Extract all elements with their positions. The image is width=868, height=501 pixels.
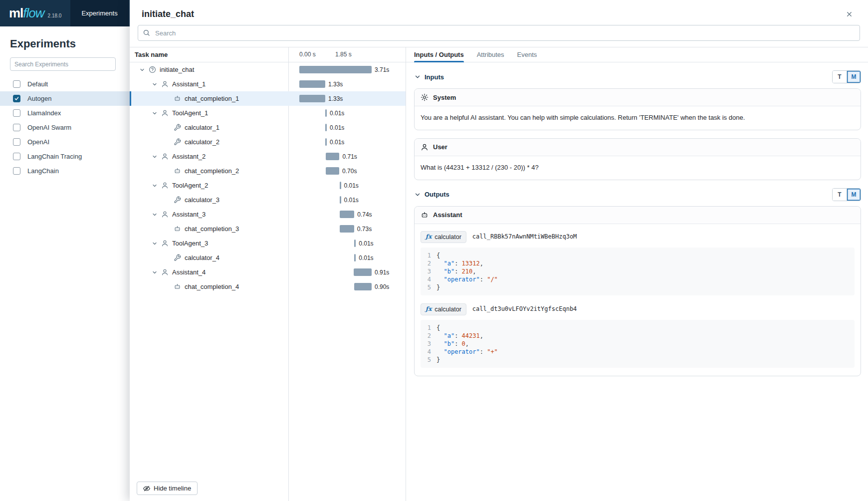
task-row-assistant-1[interactable]: Assistant_11.33s (130, 77, 406, 91)
indent-spacer (163, 282, 172, 291)
task-name: Assistant_2 (172, 153, 206, 160)
task-row-assistant-2[interactable]: Assistant_20.71s (130, 149, 406, 164)
indent-spacer (163, 167, 172, 176)
page-title: Experiments (10, 37, 130, 50)
duration-bar (354, 240, 356, 247)
indent-spacer (163, 123, 172, 132)
task-row-calculator-3[interactable]: calculator_30.01s (130, 193, 406, 207)
tool-call: ƒxcalculatorcall_dt3u0vLFOYv2itYgfscEqnb… (421, 303, 855, 368)
line-number: 4 (421, 275, 436, 283)
chevron-down-icon[interactable] (150, 181, 159, 190)
nav-tab-experiments[interactable]: Experiments (70, 0, 128, 26)
experiment-item-default[interactable]: Default (0, 77, 130, 91)
experiment-item-langchain[interactable]: LangChain (0, 164, 130, 178)
agent-icon (161, 153, 169, 160)
chat-model-icon (174, 283, 181, 290)
chevron-down-icon[interactable] (150, 109, 159, 118)
time-tick-mid: 1.85 s (335, 51, 352, 58)
raw-text-toggle-button[interactable]: T (833, 189, 847, 201)
task-row-toolagent-3[interactable]: ToolAgent_30.01s (130, 236, 406, 250)
experiment-checkbox[interactable] (13, 80, 20, 88)
duration-label: 0.91s (375, 269, 389, 276)
tool-icon (174, 138, 181, 146)
raw-text-toggle-button[interactable]: T (833, 71, 847, 83)
chevron-down-icon[interactable] (138, 65, 147, 74)
task-row-assistant-3[interactable]: Assistant_30.74s (130, 207, 406, 222)
line-number: 1 (421, 251, 436, 259)
chevron-down-icon[interactable] (150, 80, 159, 89)
experiment-checkbox[interactable] (13, 124, 20, 131)
experiment-checkbox[interactable] (13, 153, 20, 160)
duration-bar (354, 283, 372, 290)
markdown-toggle-button[interactable]: M (847, 71, 861, 83)
close-button[interactable] (842, 7, 856, 21)
task-name: calculator_4 (185, 254, 219, 261)
task-name: Assistant_4 (172, 268, 206, 276)
experiments-search-input[interactable] (10, 57, 116, 71)
experiment-item-langchain-tracing[interactable]: LangChain Tracing (0, 149, 130, 164)
experiment-item-autogen[interactable]: Autogen (0, 91, 130, 106)
tab-inputs-outputs[interactable]: Inputs / Outputs (414, 47, 464, 62)
chevron-down-icon[interactable] (150, 268, 159, 277)
experiment-label: Default (27, 80, 48, 88)
task-row-calculator-1[interactable]: calculator_10.01s (130, 120, 406, 135)
chevron-down-icon[interactable] (150, 210, 159, 219)
experiment-item-llamaindex[interactable]: LlamaIndex (0, 106, 130, 120)
task-name: ToolAgent_2 (172, 182, 208, 189)
experiment-label: LangChain Tracing (27, 153, 82, 160)
inputs-section-header: Inputs TM (414, 70, 861, 83)
task-row-chat-completion-1[interactable]: chat_completion_11.33s (130, 91, 406, 106)
task-row-toolagent-2[interactable]: ToolAgent_20.01s (130, 178, 406, 193)
task-row-initiate-chat[interactable]: initiate_chat3.71s (130, 62, 406, 77)
gear-icon (421, 93, 429, 101)
markdown-toggle-button[interactable]: M (847, 189, 861, 201)
question-circle-icon (149, 66, 156, 73)
chevron-down-icon[interactable] (414, 191, 421, 198)
task-row-chat-completion-2[interactable]: chat_completion_20.70s (130, 164, 406, 178)
hide-timeline-button[interactable]: Hide timeline (137, 482, 198, 495)
experiment-checkbox[interactable] (13, 167, 20, 175)
experiments-sidebar: Experiments DefaultAutogenLlamaIndexOpen… (0, 26, 130, 501)
outputs-section-header: Outputs TM (414, 188, 861, 201)
chevron-down-icon[interactable] (150, 239, 159, 248)
line-number: 2 (421, 259, 436, 267)
line-number: 5 (421, 283, 436, 291)
time-tick-start: 0.00 s (299, 51, 316, 58)
tool-call-id: call_RBBk57nAwnNMtiWBeBHzq3oM (472, 233, 577, 241)
mlflow-logo[interactable]: mlflow 2.18.0 (0, 5, 70, 21)
message-text: What is (44231 + 13312 / (230 - 20)) * 4… (421, 164, 539, 171)
function-icon: ƒx (426, 305, 432, 313)
task-row-chat-completion-3[interactable]: chat_completion_30.73s (130, 222, 406, 236)
logo-flow: flow (23, 5, 44, 21)
duration-bar (340, 225, 354, 233)
chevron-down-icon[interactable] (414, 73, 421, 80)
experiments-list: DefaultAutogenLlamaIndexOpenAI SwarmOpen… (0, 77, 130, 178)
experiment-checkbox[interactable] (13, 109, 20, 117)
task-name: ToolAgent_3 (172, 240, 208, 247)
inputs-view-toggle: TM (832, 70, 861, 83)
experiment-checkbox[interactable] (13, 138, 20, 146)
experiments-search (10, 57, 116, 71)
task-name: calculator_1 (185, 124, 219, 131)
task-row-assistant-4[interactable]: Assistant_40.91s (130, 265, 406, 279)
message-card-system: SystemYou are a helpful AI assistant. Yo… (414, 88, 861, 130)
task-name: Assistant_3 (172, 211, 206, 218)
tool-call: ƒxcalculatorcall_RBBk57nAwnNMtiWBeBHzq3o… (421, 231, 855, 295)
tab-attributes[interactable]: Attributes (477, 47, 504, 62)
trace-search-input[interactable] (138, 25, 860, 41)
experiment-checkbox[interactable] (13, 95, 20, 102)
task-name: chat_completion_1 (185, 95, 239, 102)
task-row-calculator-2[interactable]: calculator_20.01s (130, 135, 406, 149)
task-row-toolagent-1[interactable]: ToolAgent_10.01s (130, 106, 406, 120)
tab-events[interactable]: Events (517, 47, 537, 62)
chevron-down-icon[interactable] (150, 152, 159, 161)
duration-label: 0.01s (330, 139, 344, 146)
duration-label: 0.70s (342, 168, 357, 175)
line-number: 1 (421, 324, 436, 332)
experiment-item-openai-swarm[interactable]: OpenAI Swarm (0, 120, 130, 135)
experiment-item-openai[interactable]: OpenAI (0, 135, 130, 149)
duration-label: 0.01s (359, 254, 373, 261)
task-row-chat-completion-4[interactable]: chat_completion_40.90s (130, 279, 406, 294)
task-row-calculator-4[interactable]: calculator_40.01s (130, 250, 406, 265)
chat-model-icon (174, 167, 181, 175)
